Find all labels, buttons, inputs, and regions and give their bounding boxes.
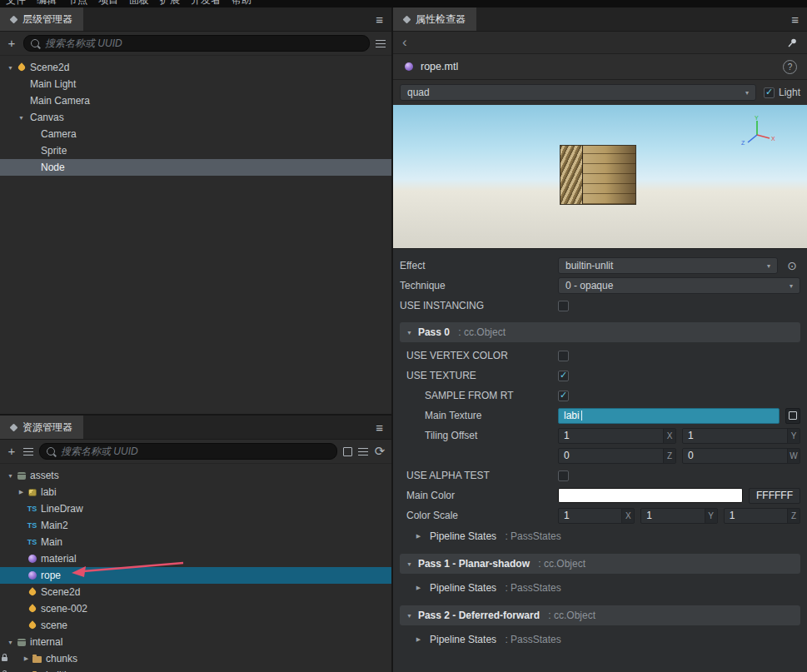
chevron-down-icon[interactable]: ▼ bbox=[406, 613, 412, 619]
property-label: USE INSTANCING bbox=[400, 300, 558, 311]
chevron-down-icon[interactable]: ▼ bbox=[5, 65, 16, 71]
menubar-item-6[interactable]: 扩展 bbox=[160, 0, 180, 7]
texture-input[interactable]: labi bbox=[558, 408, 780, 424]
hierarchy-search[interactable] bbox=[23, 35, 370, 52]
asset-item-labi[interactable]: ▶labi bbox=[0, 484, 391, 500]
asset-item-assets[interactable]: ▼assets bbox=[0, 467, 391, 484]
number-field-x[interactable]: 1X bbox=[558, 508, 635, 524]
chevron-down-icon[interactable]: ▼ bbox=[5, 473, 16, 479]
hierarchy-item-node[interactable]: Node bbox=[0, 159, 391, 176]
chevron-right-icon[interactable]: ▶ bbox=[413, 585, 424, 591]
number-field-y[interactable]: 1Y bbox=[640, 508, 717, 524]
checkbox-use-instancing[interactable] bbox=[558, 301, 569, 311]
assets-search-input[interactable] bbox=[59, 445, 330, 458]
dropdown-technique[interactable]: 0 - opaque▾ bbox=[558, 277, 800, 294]
hierarchy-item-scene2d[interactable]: ▼Scene2d bbox=[0, 59, 391, 76]
chevron-down-icon[interactable]: ▼ bbox=[406, 330, 412, 336]
asset-item-linedraw[interactable]: TSLineDraw bbox=[0, 500, 391, 517]
menubar-item-8[interactable]: 帮助 bbox=[232, 0, 252, 7]
number-field-z[interactable]: 0Z bbox=[558, 448, 676, 464]
preview-shape-dropdown[interactable]: quad ▾ bbox=[400, 84, 756, 101]
asset-item-material[interactable]: material bbox=[0, 550, 391, 567]
tab-inspector[interactable]: 属性检查器 bbox=[393, 7, 476, 31]
fold-row-pipeline-states[interactable]: ▶Pipeline States : PassStates bbox=[400, 525, 800, 547]
fold-row-pipeline-states[interactable]: ▶Pipeline States : PassStates bbox=[400, 577, 800, 599]
chevron-right-icon[interactable]: ▶ bbox=[413, 533, 424, 540]
thumbnail-toggle-icon[interactable] bbox=[343, 447, 352, 456]
assets-add-button[interactable]: + bbox=[6, 446, 17, 457]
chevron-right-icon[interactable]: ▶ bbox=[21, 655, 32, 662]
effect-settings-icon[interactable]: ⊙ bbox=[784, 260, 800, 271]
checkbox-use-vertex-color[interactable] bbox=[558, 351, 569, 361]
asset-item-scene2d[interactable]: Scene2d bbox=[0, 584, 391, 600]
hierarchy-item-camera[interactable]: Camera bbox=[0, 126, 391, 142]
tab-hierarchy[interactable]: 层级管理器 bbox=[0, 7, 83, 31]
menubar-item-4[interactable]: 项目 bbox=[98, 0, 118, 7]
chevron-right-icon[interactable]: ▶ bbox=[16, 489, 27, 495]
inspector-menu-icon[interactable]: ≡ bbox=[783, 12, 807, 27]
number-field-w[interactable]: 0W bbox=[682, 448, 800, 464]
help-icon[interactable] bbox=[783, 60, 797, 74]
light-checkbox[interactable] bbox=[764, 87, 775, 98]
pin-icon[interactable] bbox=[787, 37, 798, 48]
color-hex-value[interactable]: FFFFFF bbox=[749, 488, 800, 504]
asset-item-rope[interactable]: rope bbox=[0, 567, 391, 584]
assets-search[interactable] bbox=[39, 443, 337, 460]
hierarchy-item-main-light[interactable]: Main Light bbox=[0, 76, 391, 92]
hierarchy-search-input[interactable] bbox=[43, 37, 362, 50]
assets-menu-icon[interactable]: ≡ bbox=[367, 421, 391, 435]
fold-type: : PassStates bbox=[502, 582, 561, 594]
scene-icon bbox=[27, 587, 37, 596]
hierarchy-tree: ▼Scene2dMain LightMain Camera▼CanvasCame… bbox=[0, 56, 391, 414]
asset-item-scene-002[interactable]: scene-002 bbox=[0, 600, 391, 617]
hierarchy-filter-icon[interactable] bbox=[376, 40, 386, 47]
chevron-down-icon[interactable]: ▼ bbox=[406, 561, 412, 567]
chevron-right-icon[interactable]: ▶ bbox=[413, 636, 424, 643]
number-field-y[interactable]: 1Y bbox=[682, 428, 800, 444]
menubar-item-5[interactable]: 面板 bbox=[129, 0, 149, 7]
texture-picker-button[interactable] bbox=[785, 408, 800, 424]
menubar-item-7[interactable]: 开发者 bbox=[191, 0, 221, 7]
dropdown-effect[interactable]: builtin-unlit▾ bbox=[558, 257, 778, 274]
asset-item-chunks[interactable]: ▶chunks bbox=[0, 650, 391, 667]
sort-icon[interactable] bbox=[23, 448, 33, 455]
menubar-item-1[interactable]: 文件 bbox=[6, 0, 26, 7]
menubar-item-2[interactable]: 编辑 bbox=[37, 0, 57, 7]
asset-item-builtin[interactable]: ▼builtin bbox=[0, 667, 391, 672]
hierarchy-item-main-camera[interactable]: Main Camera bbox=[0, 92, 391, 109]
hierarchy-item-canvas[interactable]: ▼Canvas bbox=[0, 109, 391, 126]
color-swatch[interactable] bbox=[558, 488, 743, 503]
asset-item-scene[interactable]: scene bbox=[0, 617, 391, 634]
property-control bbox=[558, 301, 800, 311]
preview-controls: quad ▾ Light bbox=[393, 80, 807, 105]
refresh-icon[interactable]: ⟳ bbox=[374, 446, 386, 457]
back-icon[interactable]: ‹ bbox=[402, 37, 407, 48]
tab-assets[interactable]: 资源管理器 bbox=[0, 416, 83, 439]
folder-icon bbox=[32, 656, 42, 663]
chevron-down-icon[interactable]: ▼ bbox=[16, 115, 27, 121]
checkbox-use-texture[interactable] bbox=[558, 371, 569, 381]
property-label: Effect bbox=[400, 260, 558, 271]
section-header-pass-2-deferred-forward[interactable]: ▼Pass 2 - Deferred-forward : cc.Object bbox=[400, 605, 800, 625]
section-header-pass-1-planar-shadow[interactable]: ▼Pass 1 - Planar-shadow : cc.Object bbox=[400, 554, 800, 574]
list-view-icon[interactable] bbox=[358, 448, 368, 455]
checkbox-sample-from-rt[interactable] bbox=[558, 391, 569, 401]
checkbox-use-alpha-test[interactable] bbox=[558, 470, 569, 481]
number-field-z[interactable]: 1Z bbox=[724, 508, 800, 524]
hierarchy-panel-title: 层级管理器 bbox=[22, 12, 72, 27]
fold-row-pipeline-states[interactable]: ▶Pipeline States : PassStates bbox=[400, 629, 800, 650]
hierarchy-menu-icon[interactable]: ≡ bbox=[367, 12, 391, 27]
fold-label: Pipeline States bbox=[430, 634, 496, 645]
asset-item-main[interactable]: TSMain bbox=[0, 534, 391, 550]
material-preview-viewport[interactable]: Y X Z bbox=[393, 105, 807, 249]
hierarchy-item-sprite[interactable]: Sprite bbox=[0, 142, 391, 159]
hierarchy-add-button[interactable]: + bbox=[6, 37, 17, 49]
number-field-x[interactable]: 1X bbox=[558, 428, 676, 444]
asset-item-main2[interactable]: TSMain2 bbox=[0, 517, 391, 534]
asset-item-internal[interactable]: ▼internal bbox=[0, 634, 391, 650]
section-header-pass-0[interactable]: ▼Pass 0 : cc.Object bbox=[400, 322, 800, 342]
property-row-technique: Technique0 - opaque▾ bbox=[400, 276, 800, 296]
tree-item-label: Camera bbox=[41, 128, 77, 140]
chevron-down-icon[interactable]: ▼ bbox=[5, 640, 16, 645]
menubar-item-3[interactable]: 节点 bbox=[67, 0, 87, 7]
